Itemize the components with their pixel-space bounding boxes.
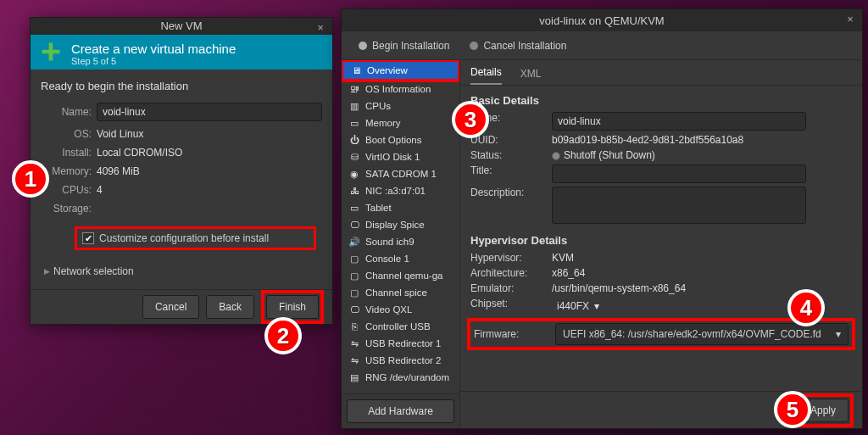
os-value: Void Linux: [97, 128, 322, 140]
sidebar-item-usb-redirector-2[interactable]: ⇋USB Redirector 2: [342, 352, 459, 369]
hardware-sidebar: 🖥Overview🖳OS Information▥CPUs▭Memory⏻Boo…: [342, 60, 460, 428]
name-input[interactable]: [552, 112, 806, 131]
sidebar-item-label: Video QXL: [365, 304, 412, 315]
status-label: Status:: [470, 149, 548, 161]
network-selection-expander[interactable]: ▶ Network selection: [44, 265, 322, 277]
name-label: Name:: [41, 106, 92, 118]
sidebar-item-rng-dev-urandom[interactable]: ▤RNG /dev/urandom: [342, 369, 459, 386]
sidebar-item-cpus[interactable]: ▥CPUs: [342, 98, 459, 114]
sidebar-item-os-information[interactable]: 🖳OS Information: [342, 81, 459, 98]
sidebar-item-label: Tablet: [365, 203, 392, 213]
close-icon[interactable]: ×: [843, 13, 857, 26]
name-input[interactable]: [97, 103, 322, 121]
sidebar-item-label: RNG /dev/urandom: [365, 372, 449, 382]
sidebar-item-controller-usb[interactable]: ⎘Controller USB: [342, 318, 459, 335]
device-icon: ⇋: [348, 337, 360, 349]
titlebar: void-linux on QEMU/KVM ×: [342, 9, 862, 31]
sidebar-item-sound-ich9[interactable]: 🔊Sound ich9: [342, 233, 459, 250]
sidebar-item-boot-options[interactable]: ⏻Boot Options: [342, 131, 459, 148]
device-icon: ▭: [348, 117, 360, 129]
sidebar-item-sata-cdrom-1[interactable]: ◉SATA CDROM 1: [342, 165, 459, 182]
device-icon: ▢: [348, 287, 360, 298]
detail-pane: Details XML Basic Details Name: UUID: b0…: [460, 60, 862, 428]
device-icon: 🖳: [348, 83, 360, 95]
device-icon: 🖵: [348, 219, 360, 231]
checkbox-checked-icon[interactable]: ✔: [82, 232, 94, 244]
sidebar-item-memory[interactable]: ▭Memory: [342, 114, 459, 131]
dot-icon: [470, 42, 478, 50]
sidebar-item-video-qxl[interactable]: 🖵Video QXL: [342, 301, 459, 318]
sidebar-item-label: VirtIO Disk 1: [365, 152, 420, 162]
sidebar-item-virtio-disk-1[interactable]: ⛁VirtIO Disk 1: [342, 148, 459, 165]
sidebar-item-label: Boot Options: [365, 135, 421, 145]
sidebar-item-label: USB Redirector 1: [365, 338, 441, 349]
hypervisor-label: Hypervisor:: [470, 252, 548, 264]
sidebar-item-tablet[interactable]: ▭Tablet: [342, 199, 459, 216]
annotation-1: 1: [12, 160, 49, 198]
sidebar-item-console-1[interactable]: ▢Console 1: [342, 250, 459, 267]
plus-icon: [39, 40, 63, 64]
sidebar-item-overview[interactable]: 🖥Overview: [343, 62, 458, 79]
basic-details-title: Basic Details: [460, 86, 862, 110]
sidebar-item-label: Console 1: [365, 254, 409, 264]
sidebar-item-display-spice[interactable]: 🖵Display Spice: [342, 216, 459, 233]
sidebar-item-label: Channel qemu-ga: [365, 270, 442, 281]
sidebar-item-label: SATA CDROM 1: [365, 169, 437, 179]
window-title: New VM: [160, 20, 202, 32]
sidebar-item-channel-qemu-ga[interactable]: ▢Channel qemu-ga: [342, 267, 459, 284]
hypervisor-details-title: Hypervisor Details: [460, 226, 862, 250]
cancel-installation-button[interactable]: Cancel Installation: [470, 40, 566, 52]
back-button[interactable]: Back: [206, 295, 254, 319]
device-icon: 🖥: [350, 64, 362, 76]
emulator-label: Emulator:: [470, 282, 548, 294]
device-icon: ▢: [348, 253, 360, 265]
annotation-4: 4: [787, 289, 825, 326]
hypervisor-value: KVM: [552, 252, 852, 264]
status-dot-icon: [552, 152, 560, 160]
device-icon: ▭: [348, 202, 360, 214]
arch-value: x86_64: [552, 267, 852, 279]
titlebar: New VM ×: [31, 18, 332, 35]
device-icon: 🖧: [348, 185, 360, 197]
new-vm-window: New VM × Create a new virtual machine St…: [30, 17, 333, 325]
storage-label: Storage:: [41, 203, 92, 215]
cancel-button[interactable]: Cancel: [142, 295, 199, 319]
window-title: void-linux on QEMU/KVM: [539, 14, 664, 27]
tab-xml[interactable]: XML: [520, 63, 542, 85]
device-icon: ▢: [348, 270, 360, 282]
sidebar-item-usb-redirector-1[interactable]: ⇋USB Redirector 1: [342, 335, 459, 352]
chipset-label: Chipset:: [470, 298, 548, 310]
sidebar-item-label: Channel spice: [365, 287, 427, 298]
add-hardware-button[interactable]: Add Hardware: [347, 399, 454, 423]
wizard-body: Ready to begin the installation Name: OS…: [31, 70, 332, 289]
detail-tabs: Details XML: [460, 60, 862, 86]
begin-label: Begin Installation: [372, 40, 449, 52]
begin-installation-button[interactable]: Begin Installation: [359, 40, 449, 52]
cpus-label: CPUs:: [41, 184, 92, 196]
install-label: Install:: [41, 147, 92, 159]
network-selection-label: Network selection: [53, 265, 134, 277]
sidebar-item-label: Overview: [367, 65, 408, 75]
close-icon[interactable]: ×: [314, 21, 327, 35]
sidebar-item-label: Controller USB: [365, 321, 431, 332]
overview-highlight: 🖥Overview: [342, 60, 459, 82]
uuid-label: UUID:: [470, 134, 548, 146]
chevron-down-icon: ▾: [836, 328, 841, 340]
sidebar-item-label: Display Spice: [365, 220, 425, 230]
firmware-label: Firmware:: [474, 328, 552, 340]
device-icon: ⏻: [348, 134, 360, 146]
chipset-value: i440FX: [557, 300, 589, 312]
finish-button[interactable]: Finish: [266, 295, 319, 319]
install-value: Local CDROM/ISO: [97, 147, 322, 159]
description-input[interactable]: [552, 187, 806, 224]
cancel-label: Cancel Installation: [483, 40, 566, 52]
sidebar-item-label: USB Redirector 2: [365, 355, 441, 365]
sidebar-item-channel-spice[interactable]: ▢Channel spice: [342, 284, 459, 301]
customize-checkbox-row[interactable]: ✔ Customize configuration before install: [75, 226, 316, 250]
tab-details[interactable]: Details: [470, 61, 502, 85]
sidebar-item-label: OS Information: [365, 84, 431, 94]
device-icon: 🔊: [348, 236, 360, 248]
chipset-select[interactable]: i440FX▾: [552, 298, 604, 315]
sidebar-item-nic-a3-d7-01[interactable]: 🖧NIC :a3:d7:01: [342, 182, 459, 199]
title-input[interactable]: [552, 165, 806, 183]
